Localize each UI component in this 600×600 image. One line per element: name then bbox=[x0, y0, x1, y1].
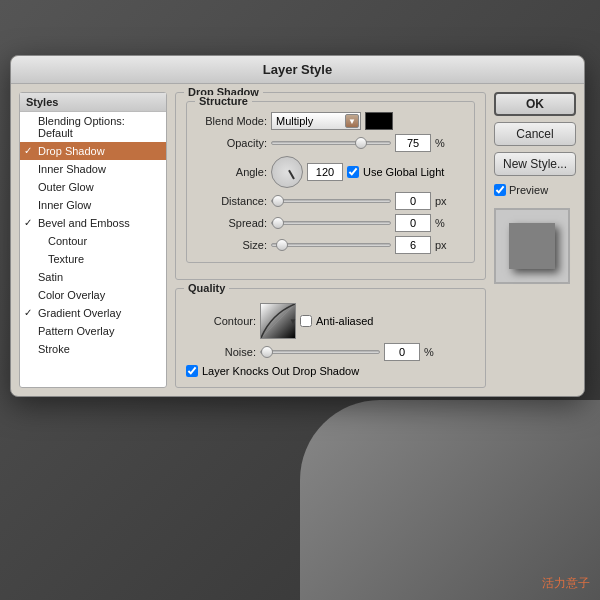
structure-legend: Structure bbox=[195, 95, 252, 107]
blend-mode-select-wrapper[interactable]: Multiply Normal Screen Overlay ▼ bbox=[271, 112, 361, 130]
drop-shadow-section: Drop Shadow Structure Blend Mode: Multip… bbox=[175, 92, 486, 280]
layer-knocks-row: Layer Knocks Out Drop Shadow bbox=[186, 365, 359, 377]
spread-unit: % bbox=[435, 217, 449, 229]
blend-mode-select[interactable]: Multiply Normal Screen Overlay bbox=[271, 112, 361, 130]
layer-knocks-checkbox[interactable] bbox=[186, 365, 198, 377]
size-slider-thumb[interactable] bbox=[276, 239, 288, 251]
sidebar-item-satin[interactable]: Satin bbox=[20, 268, 166, 286]
layer-knocks-label: Layer Knocks Out Drop Shadow bbox=[202, 365, 359, 377]
blend-mode-label: Blend Mode: bbox=[197, 115, 267, 127]
preview-label: Preview bbox=[509, 184, 548, 196]
contour-dropdown-arrow: ▼ bbox=[289, 317, 297, 326]
preview-box bbox=[494, 208, 570, 284]
size-slider[interactable] bbox=[271, 243, 391, 247]
noise-slider-thumb[interactable] bbox=[261, 346, 273, 358]
sidebar-item-blending-options[interactable]: Blending Options: Default bbox=[20, 112, 166, 142]
angle-label: Angle: bbox=[197, 166, 267, 178]
layer-style-dialog: Layer Style Styles Blending Options: Def… bbox=[10, 55, 585, 397]
sidebar-item-drop-shadow[interactable]: Drop Shadow bbox=[20, 142, 166, 160]
color-swatch[interactable] bbox=[365, 112, 393, 130]
cancel-button[interactable]: Cancel bbox=[494, 122, 576, 146]
angle-input[interactable] bbox=[307, 163, 343, 181]
sidebar-item-color-overlay[interactable]: Color Overlay bbox=[20, 286, 166, 304]
size-label: Size: bbox=[197, 239, 267, 251]
distance-input[interactable] bbox=[395, 192, 431, 210]
global-light-row: Use Global Light bbox=[347, 166, 444, 178]
anti-aliased-label: Anti-aliased bbox=[316, 315, 373, 327]
distance-slider-thumb[interactable] bbox=[272, 195, 284, 207]
sidebar-item-inner-glow[interactable]: Inner Glow bbox=[20, 196, 166, 214]
spread-input[interactable] bbox=[395, 214, 431, 232]
sidebar-item-stroke[interactable]: Stroke bbox=[20, 340, 166, 358]
sidebar-item-gradient-overlay[interactable]: Gradient Overlay bbox=[20, 304, 166, 322]
sidebar-item-bevel-emboss[interactable]: Bevel and Emboss bbox=[20, 214, 166, 232]
main-content: Drop Shadow Structure Blend Mode: Multip… bbox=[175, 92, 486, 388]
dialog-title: Layer Style bbox=[11, 56, 584, 84]
contour-swatch-wrapper[interactable]: ▼ bbox=[260, 303, 296, 339]
spread-slider[interactable] bbox=[271, 221, 391, 225]
sidebar-item-inner-shadow[interactable]: Inner Shadow bbox=[20, 160, 166, 178]
sidebar-item-texture[interactable]: Texture bbox=[20, 250, 166, 268]
right-buttons-panel: OK Cancel New Style... Preview bbox=[494, 92, 576, 388]
opacity-unit: % bbox=[435, 137, 449, 149]
angle-dial[interactable] bbox=[271, 156, 303, 188]
preview-inner-square bbox=[509, 223, 555, 269]
spread-slider-thumb[interactable] bbox=[272, 217, 284, 229]
size-input[interactable] bbox=[395, 236, 431, 254]
preview-checkbox[interactable] bbox=[494, 184, 506, 196]
noise-slider[interactable] bbox=[260, 350, 380, 354]
opacity-input[interactable] bbox=[395, 134, 431, 152]
anti-aliased-checkbox[interactable] bbox=[300, 315, 312, 327]
contour-label: Contour: bbox=[186, 315, 256, 327]
noise-input[interactable] bbox=[384, 343, 420, 361]
styles-panel-header: Styles bbox=[20, 93, 166, 112]
opacity-label: Opacity: bbox=[197, 137, 267, 149]
styles-panel: Styles Blending Options: Default Drop Sh… bbox=[19, 92, 167, 388]
structure-section: Structure Blend Mode: Multiply Normal Sc… bbox=[186, 101, 475, 263]
distance-label: Distance: bbox=[197, 195, 267, 207]
quality-section: Quality Contour: ▼ bbox=[175, 288, 486, 388]
distance-slider[interactable] bbox=[271, 199, 391, 203]
noise-unit: % bbox=[424, 346, 438, 358]
opacity-slider-thumb[interactable] bbox=[355, 137, 367, 149]
anti-aliased-row: Anti-aliased bbox=[300, 315, 373, 327]
opacity-slider[interactable] bbox=[271, 141, 391, 145]
sidebar-item-outer-glow[interactable]: Outer Glow bbox=[20, 178, 166, 196]
size-unit: px bbox=[435, 239, 449, 251]
sidebar-item-contour[interactable]: Contour bbox=[20, 232, 166, 250]
global-light-checkbox[interactable] bbox=[347, 166, 359, 178]
ok-button[interactable]: OK bbox=[494, 92, 576, 116]
desktop-shape bbox=[300, 400, 600, 600]
distance-unit: px bbox=[435, 195, 449, 207]
new-style-button[interactable]: New Style... bbox=[494, 152, 576, 176]
spread-label: Spread: bbox=[197, 217, 267, 229]
global-light-label: Use Global Light bbox=[363, 166, 444, 178]
preview-label-row: Preview bbox=[494, 184, 576, 196]
watermark: 活力意子 bbox=[542, 575, 590, 592]
sidebar-item-pattern-overlay[interactable]: Pattern Overlay bbox=[20, 322, 166, 340]
quality-legend: Quality bbox=[184, 282, 229, 294]
noise-label: Noise: bbox=[186, 346, 256, 358]
